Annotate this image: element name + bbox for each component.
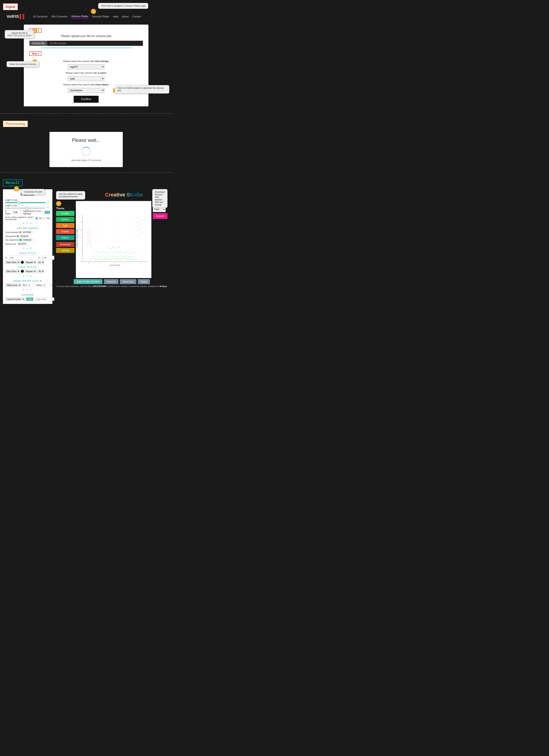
badge-5: 5 <box>14 186 19 191</box>
bottom-buttons: Open in New Window Zoom In Zoom Out Rese… <box>56 279 168 284</box>
svg-point-53 <box>102 256 103 257</box>
nav-id-converter[interactable]: ID Converter <box>33 14 48 19</box>
zoom-in-btn[interactable]: Zoom In <box>104 279 119 284</box>
nav-help[interactable]: Help <box>113 14 118 19</box>
size-select-1[interactable]: 20 <box>37 260 44 264</box>
columns-tooltip: Select the relevant columns <box>7 61 39 67</box>
reset-btn[interactable]: Reset <box>138 279 150 284</box>
svg-point-59 <box>118 256 119 257</box>
svg-point-55 <box>108 256 109 256</box>
logfc-pos-thumb[interactable] <box>17 201 20 204</box>
svg-point-92 <box>86 232 87 233</box>
open-new-window-btn[interactable]: Open in New Window <box>74 279 102 284</box>
axis-scale-font: Open Sans Regular 16 <box>5 269 50 273</box>
gene-select[interactable]: GeneName <box>68 88 105 93</box>
fold-change-select[interactable]: log2FC <box>68 64 105 69</box>
color-codes-2: Non-Significant Background <box>5 238 50 245</box>
svg-point-43 <box>126 258 127 259</box>
svg-point-63 <box>129 257 129 257</box>
svg-point-51 <box>96 255 96 256</box>
weight-select-1[interactable]: Regular <box>25 260 36 264</box>
svg-point-98 <box>137 230 138 231</box>
upload-button[interactable]: Upload <box>56 248 74 253</box>
size-input[interactable] <box>28 283 35 287</box>
svg-point-37 <box>116 259 117 260</box>
file-name-display: No file chosen <box>47 41 143 46</box>
nonsig-dot <box>19 239 22 241</box>
svg-point-39 <box>119 259 120 260</box>
format-select[interactable]: PNG <box>153 207 166 212</box>
svg-point-91 <box>87 233 88 233</box>
svg-point-86 <box>88 239 88 240</box>
svg-text:8: 8 <box>81 237 82 238</box>
gene-style-row: Filled Circle Size Alpha Stroke <box>5 283 50 287</box>
divider-2 <box>0 172 172 173</box>
svg-point-88 <box>87 237 87 237</box>
gene-label: Please select the column with Gene Name: <box>63 83 109 86</box>
theme-buffalo-btn[interactable]: Buffalo <box>56 217 74 222</box>
x-title-input[interactable] <box>8 256 38 260</box>
legend-title-label: Title <box>26 297 33 301</box>
font-select-2[interactable]: Open Sans <box>5 269 20 273</box>
choose-file-button[interactable]: Choose file <box>29 41 47 46</box>
nav-about[interactable]: About <box>122 14 129 19</box>
export-col: 300 PNG Export <box>153 201 168 278</box>
point-style-select[interactable]: Filled Circle <box>5 283 21 287</box>
axis-title-header: AXIS TITLE <box>5 252 50 255</box>
nonsig-input[interactable] <box>22 238 34 241</box>
nav-volcano-plotter[interactable]: Volcano Plotter <box>71 14 88 19</box>
legend-position-select[interactable]: Legend Position <box>5 297 25 301</box>
pvalue-param-input[interactable] <box>12 211 22 214</box>
theme-python-btn[interactable]: Python <box>56 235 74 240</box>
confirm-button[interactable]: Confirm <box>74 96 99 103</box>
downreg-input[interactable] <box>22 231 34 234</box>
upload-tooltip: Upload the file in CSV, TSV, XLS or XLSX <box>5 30 34 39</box>
size-select-2[interactable]: 16 <box>37 269 44 273</box>
export-button[interactable]: Export <box>153 213 168 219</box>
wait-note: generally takes 2-5 seconds <box>55 159 117 162</box>
svg-point-57 <box>113 256 113 256</box>
radio-group: No Yes <box>36 217 50 220</box>
bg-input[interactable] <box>17 242 29 245</box>
svg-point-66 <box>94 252 95 253</box>
svg-text:0: 0 <box>115 262 115 264</box>
nav-survival-plotter[interactable]: Survival Plotter <box>92 14 109 19</box>
token-value: ZUFZ7E7KMN <box>93 285 106 287</box>
download-button[interactable]: Download <box>56 242 74 247</box>
teal-divider <box>41 48 132 48</box>
upreg-input[interactable] <box>19 235 31 238</box>
svg-text:2: 2 <box>141 262 141 264</box>
customize-tooltip: Customize the plot <box>21 189 45 195</box>
logfc-neg-thumb[interactable] <box>25 207 28 210</box>
axis-title-xy: X Y <box>5 256 50 260</box>
nav-file-converter[interactable]: File Converter <box>51 14 67 19</box>
svg-point-68 <box>100 253 101 254</box>
font-select-1[interactable]: Open Sans <box>5 260 20 264</box>
confirm-tooltip: Click on Confirm button to generate the … <box>115 85 169 94</box>
theme-tiger-btn[interactable]: Tiger <box>56 223 74 228</box>
svg-text:1: 1 <box>130 262 131 264</box>
weight-select-2[interactable]: Regular <box>25 269 36 273</box>
nav-contact[interactable]: Contact <box>132 14 141 19</box>
svg-text:4: 4 <box>81 249 82 250</box>
svg-point-42 <box>124 259 125 260</box>
theme-rabbit-btn[interactable]: Rabbit <box>56 229 74 234</box>
alpha-input[interactable] <box>43 283 50 287</box>
svg-point-94 <box>90 230 91 231</box>
svg-point-93 <box>88 231 89 231</box>
radio-no[interactable] <box>36 217 38 220</box>
fold-change-label: Please select the column with fold chang… <box>63 60 109 63</box>
color-picker-1[interactable] <box>21 261 24 264</box>
svg-point-71 <box>110 252 111 253</box>
color-picker-2[interactable] <box>21 270 24 273</box>
svg-point-38 <box>118 258 118 259</box>
svg-point-49 <box>136 259 137 260</box>
svg-point-61 <box>123 256 124 257</box>
svg-text:Log₂ fold change: Log₂ fold change <box>110 264 120 266</box>
radio-yes[interactable] <box>43 217 45 220</box>
pvalue-select[interactable]: padj <box>68 76 105 81</box>
zoom-out-btn[interactable]: Zoom Out <box>120 279 136 284</box>
theme-buttons: Giraffe Buffalo Tiger Rabbit Python <box>56 211 74 240</box>
theme-giraffe-btn[interactable]: Giraffe <box>56 211 74 216</box>
please-wait-text: Please wait... <box>55 137 117 143</box>
